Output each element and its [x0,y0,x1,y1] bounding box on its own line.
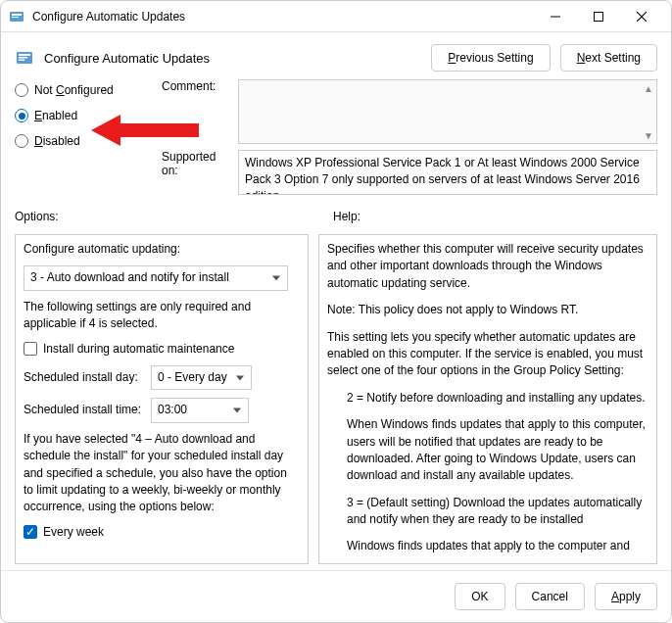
required-text: The following settings are only required… [24,299,300,333]
svg-rect-2 [12,17,19,18]
titlebar: Configure Automatic Updates [1,1,671,32]
radio-icon [15,109,28,122]
configure-label: Configure automatic updating: [24,241,300,258]
radio-icon [15,83,28,97]
radio-not-configured[interactable]: Not Configured [15,83,152,97]
minimize-button[interactable] [534,2,577,31]
install-time-dropdown[interactable]: 03:00 [151,398,249,422]
help-text: Note: This policy does not apply to Wind… [327,302,648,318]
help-label: Help: [333,210,360,223]
radio-enabled[interactable]: Enabled [15,109,152,122]
radio-disabled[interactable]: Disabled [15,134,152,148]
checkbox-icon [24,342,37,356]
install-day-dropdown[interactable]: 0 - Every day [151,365,252,390]
title-text: Configure Automatic Updates [32,10,534,24]
next-setting-button[interactable]: Next Setting [560,44,657,72]
svg-rect-1 [12,14,22,16]
svg-rect-4 [595,12,603,21]
options-panel[interactable]: Configure automatic updating: 3 - Auto d… [15,234,309,564]
scroll-up-icon[interactable]: ▲ [641,80,656,96]
install-time-label: Scheduled install time: [24,402,141,418]
supported-on-text: Windows XP Professional Service Pack 1 o… [238,150,657,195]
schedule-para: If you have selected "4 – Auto download … [24,431,300,516]
comment-textbox[interactable]: ▲ ▼ [238,79,657,144]
ok-button[interactable]: OK [455,583,504,610]
help-text: When Windows finds updates that apply to… [347,416,648,485]
help-text: 2 = Notify before downloading and instal… [347,390,648,407]
help-text: This setting lets you specify whether au… [327,329,648,380]
svg-rect-8 [19,54,30,56]
previous-setting-button[interactable]: Previous Setting [431,44,550,72]
cancel-button[interactable]: Cancel [515,583,585,610]
help-text: 3 = (Default setting) Download the updat… [347,495,648,529]
install-maintenance-checkbox[interactable]: Install during automatic maintenance [24,341,300,358]
supported-label: Supported on: [162,150,230,177]
header-title: Configure Automatic Updates [44,51,421,66]
svg-rect-10 [19,60,24,62]
comment-label: Comment: [162,79,230,93]
radio-icon [15,134,28,148]
help-text: Specifies whether this computer will rec… [327,241,648,292]
every-week-checkbox[interactable]: ✓ Every week [24,524,300,541]
install-day-label: Scheduled install day: [24,369,141,386]
policy-icon [15,48,34,68]
scroll-down-icon[interactable]: ▼ [641,127,656,143]
configure-dropdown[interactable]: 3 - Auto download and notify for install [24,265,288,290]
options-label: Options: [15,210,59,223]
svg-rect-9 [19,57,27,59]
checkbox-icon: ✓ [24,525,37,539]
help-text: Windows finds updates that apply to the … [347,538,648,554]
apply-button[interactable]: Apply [595,583,657,610]
close-button[interactable] [620,2,663,31]
help-panel[interactable]: Specifies whether this computer will rec… [318,234,657,564]
maximize-button[interactable] [577,2,620,31]
app-icon [9,9,24,24]
